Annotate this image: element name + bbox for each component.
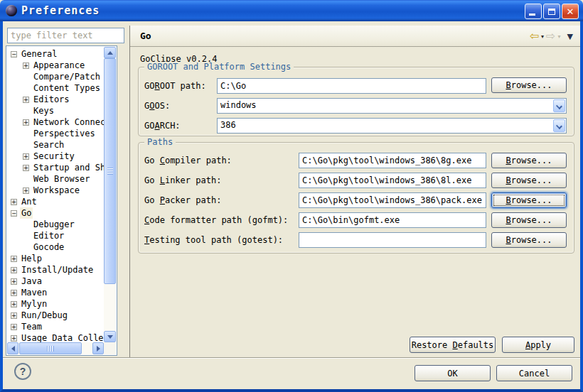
button-text: OK [447, 369, 457, 379]
vertical-scroll-thumb[interactable] [104, 58, 116, 284]
tree-item-label: Web Browser [32, 173, 91, 185]
restore-defaults-button[interactable]: Restore Defaults [410, 337, 496, 353]
scroll-right-button[interactable] [92, 342, 104, 354]
goarch-combo[interactable]: 386 [217, 118, 567, 134]
back-dropdown-icon[interactable]: ▾ [541, 33, 544, 40]
expand-icon[interactable]: + [11, 312, 17, 319]
tree-item-maven[interactable]: +Maven [7, 287, 104, 298]
button-text: efaults [458, 340, 494, 350]
go-linker-browse-button[interactable]: Browse... [491, 173, 567, 188]
tree-item-editor[interactable]: Editor [7, 230, 104, 241]
combo-dropdown-button[interactable] [553, 99, 565, 112]
tree-item-run-debug[interactable]: +Run/Debug [7, 310, 104, 321]
tree-item-java[interactable]: +Java [7, 276, 104, 287]
label-mnemonic: A [154, 121, 159, 131]
title-bar[interactable]: Preferences ✕ [0, 0, 583, 21]
expand-icon[interactable]: + [23, 97, 29, 103]
tree-item-workspace[interactable]: +Workspace [7, 185, 104, 196]
expand-icon[interactable]: + [23, 187, 29, 194]
tree-item-label: Search [32, 139, 65, 151]
tree-item-go[interactable]: −Go [7, 207, 104, 219]
go-compiler-path-input[interactable] [299, 153, 486, 168]
ok-button[interactable]: OK [414, 365, 491, 381]
tree-item-team[interactable]: +Team [7, 321, 104, 332]
tree-item-debugger[interactable]: Debugger [7, 219, 104, 230]
goos-combo[interactable]: windows [217, 98, 567, 114]
collapse-icon[interactable]: − [11, 210, 17, 217]
testing-tool-path-label: Testing tool path (gotest): [144, 232, 283, 248]
go-compiler-browse-button[interactable]: Browse... [491, 153, 567, 168]
tree-horizontal-scrollbar[interactable] [7, 342, 104, 354]
go-linker-path-input[interactable] [299, 173, 486, 188]
minimize-button[interactable] [525, 4, 542, 19]
back-arrow-icon[interactable]: ⇦ [530, 31, 539, 42]
scroll-down-button[interactable] [104, 331, 116, 342]
tree-item-gocode[interactable]: Gocode [7, 241, 104, 253]
tree-item-perspectives[interactable]: Perspectives [7, 128, 104, 139]
combo-dropdown-button[interactable] [553, 119, 565, 132]
expand-icon[interactable]: + [23, 62, 29, 69]
expand-icon[interactable]: + [23, 165, 29, 171]
minimize-icon [529, 13, 535, 16]
arrow-right-icon [97, 346, 100, 352]
label-mnemonic: L [160, 175, 165, 185]
tree-item-install-update[interactable]: +Install/Update [7, 264, 104, 276]
maximize-button[interactable] [543, 4, 560, 19]
tree-item-web-browser[interactable]: Web Browser [7, 173, 104, 185]
tree-item-label: Compare/Patch [32, 71, 102, 82]
tree-item-ant[interactable]: +Ant [7, 196, 104, 207]
testing-tool-path-input[interactable] [299, 232, 486, 248]
label-text: acker path: [165, 195, 221, 205]
tree-item-keys[interactable]: Keys [7, 105, 104, 116]
go-packer-path-label: Go Packer path: [144, 192, 221, 208]
label-text: OS: [154, 101, 170, 111]
expand-icon[interactable]: + [11, 199, 17, 205]
horizontal-scroll-thumb[interactable] [19, 342, 82, 354]
button-text: Cancel [519, 369, 550, 379]
button-text: rowse... [511, 156, 552, 165]
apply-button[interactable]: Apply [502, 337, 574, 353]
scroll-up-button[interactable] [104, 47, 116, 58]
tree-item-help[interactable]: +Help [7, 253, 104, 264]
page-header: Go ⇦ ▾ ⇨ ▾ ▼ [130, 26, 580, 47]
expand-icon[interactable]: + [11, 278, 17, 285]
tree-item-startup-and-shu[interactable]: +Startup and Shu [7, 162, 104, 173]
tree-item-editors[interactable]: +Editors [7, 94, 104, 105]
tree-item-network-connect[interactable]: +Network Connect [7, 116, 104, 128]
goroot-browse-button[interactable]: Browse... [491, 77, 567, 93]
expand-icon[interactable]: + [11, 290, 17, 296]
testing-tool-browse-button[interactable]: Browse... [491, 232, 567, 248]
code-formatter-browse-button[interactable]: Browse... [491, 212, 567, 228]
expand-icon[interactable]: + [11, 301, 17, 307]
tree-vertical-scrollbar[interactable] [104, 47, 116, 342]
label-mnemonic: C [160, 156, 165, 165]
go-packer-browse-button[interactable]: Browse... [491, 192, 567, 208]
help-button[interactable]: ? [14, 363, 31, 380]
tree-item-compare-patch[interactable]: Compare/Patch [7, 71, 104, 82]
tree-item-general[interactable]: −General [7, 48, 104, 60]
close-button[interactable]: ✕ [562, 4, 579, 19]
goroot-path-input[interactable] [217, 78, 486, 94]
expand-icon[interactable]: + [23, 153, 29, 160]
expand-icon[interactable]: + [23, 119, 29, 126]
filter-input[interactable] [7, 28, 124, 43]
expand-icon[interactable]: + [11, 267, 17, 273]
view-menu-icon[interactable]: ▼ [567, 32, 573, 41]
tree-item-content-types[interactable]: Content Types [7, 82, 104, 94]
tree-item-usage-data-collect[interactable]: +Usage Data Collect [7, 332, 104, 342]
window-title: Preferences [21, 4, 100, 17]
collapse-icon[interactable]: − [11, 51, 17, 58]
expand-icon[interactable]: + [11, 335, 17, 342]
tree-item-search[interactable]: Search [7, 139, 104, 151]
maximize-icon [548, 9, 555, 15]
cancel-button[interactable]: Cancel [496, 365, 572, 381]
tree-item-mylyn[interactable]: +Mylyn [7, 298, 104, 310]
scroll-left-button[interactable] [7, 342, 18, 354]
tree-item-security[interactable]: +Security [7, 151, 104, 162]
code-formatter-path-input[interactable] [299, 212, 486, 228]
go-packer-path-input[interactable] [299, 192, 486, 208]
tree-item-label: Help [20, 253, 43, 264]
tree-item-appearance[interactable]: +Appearance [7, 60, 104, 71]
expand-icon[interactable]: + [11, 256, 17, 262]
expand-icon[interactable]: + [11, 324, 17, 330]
